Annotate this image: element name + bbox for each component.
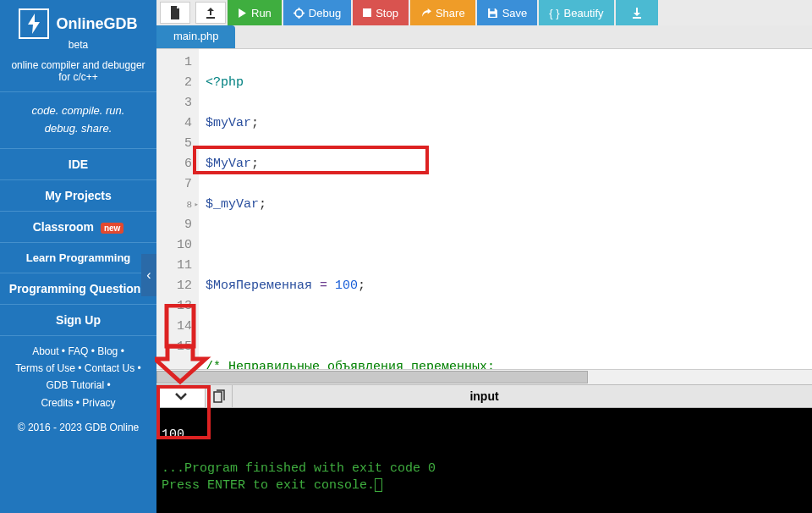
link-credits[interactable]: Credits (41, 397, 73, 409)
logo-icon (19, 8, 49, 39)
brand-name: OnlineGDB (56, 15, 137, 33)
nav-learn[interactable]: Learn Programming (0, 243, 156, 273)
panel-input-label: input (469, 389, 498, 403)
collapse-sidebar-icon[interactable]: ‹ (141, 254, 156, 296)
download-button[interactable] (616, 0, 658, 25)
tagline: online compiler and debugger for c/c++ (0, 56, 156, 92)
upload-icon (205, 7, 217, 19)
main: ‹ Run Debug Stop Share Save { } (156, 0, 812, 513)
svg-point-0 (295, 9, 303, 17)
console-output: 100 (162, 428, 184, 442)
svg-rect-6 (490, 8, 494, 11)
gutter: 1 2 3 4 5 6 7 8 9 10 11 12 13 14 15 (156, 49, 199, 369)
tab-main[interactable]: main.php (156, 25, 235, 48)
debug-button[interactable]: Debug (283, 0, 351, 25)
console[interactable]: 100 ...Program finished with exit code 0… (156, 408, 812, 513)
tab-bar: main.php (156, 25, 812, 49)
run-button[interactable]: Run (228, 0, 282, 25)
copyright: © 2016 - 2023 GDB Online (0, 418, 156, 437)
new-badge: new (101, 223, 123, 234)
link-blog[interactable]: Blog (97, 345, 118, 357)
new-file-button[interactable] (160, 2, 190, 24)
link-about[interactable]: About (32, 345, 58, 357)
horizontal-scrollbar[interactable] (156, 369, 812, 384)
panel-header: input (156, 384, 812, 408)
upload-button[interactable] (195, 2, 226, 24)
beautify-button[interactable]: { } Beautify (539, 0, 613, 25)
code-area[interactable]: <?php $myVar; $MyVar; $_myVar; $МояПерем… (199, 49, 812, 369)
toolbar: Run Debug Stop Share Save { } Beautify (156, 0, 812, 25)
file-icon (169, 6, 181, 19)
braces-icon: { } (549, 7, 559, 19)
nav-questions[interactable]: Programming Questions (0, 273, 156, 305)
svg-rect-5 (363, 8, 371, 17)
share-button[interactable]: Share (410, 0, 475, 25)
copy-icon (213, 389, 225, 403)
scrollbar-thumb[interactable] (156, 371, 588, 383)
footer-links: About • FAQ • Blog • Terms of Use • Cont… (0, 336, 156, 419)
link-contact[interactable]: Contact Us (85, 362, 134, 374)
panel-collapse-button[interactable] (156, 385, 206, 407)
play-icon (238, 8, 247, 18)
nav-classroom[interactable]: Classroom new (0, 212, 156, 243)
download-icon (631, 7, 643, 19)
stop-button[interactable]: Stop (353, 0, 409, 25)
beta-label: beta (0, 39, 156, 51)
panel-copy-button[interactable] (206, 385, 233, 407)
save-icon (487, 8, 498, 19)
save-button[interactable]: Save (477, 0, 538, 25)
link-privacy[interactable]: Privacy (82, 397, 115, 409)
link-tutorial[interactable]: GDB Tutorial (46, 379, 104, 391)
svg-rect-7 (490, 14, 496, 16)
nav-signup[interactable]: Sign Up (0, 305, 156, 336)
cursor-icon (375, 478, 382, 492)
code-editor[interactable]: 1 2 3 4 5 6 7 8 9 10 11 12 13 14 15 <?ph… (156, 49, 812, 369)
link-terms[interactable]: Terms of Use (15, 362, 75, 374)
logo-row: OnlineGDB (0, 0, 156, 41)
nav-ide[interactable]: IDE (0, 149, 156, 180)
svg-rect-8 (214, 392, 222, 402)
chevron-down-icon (174, 392, 188, 400)
stop-icon (363, 8, 371, 17)
nav-projects[interactable]: My Projects (0, 180, 156, 212)
slogan: code. compile. run. debug. share. (0, 92, 156, 149)
sidebar: OnlineGDB beta online compiler and debug… (0, 0, 156, 513)
bug-icon (294, 8, 304, 19)
share-icon (420, 8, 431, 19)
link-faq[interactable]: FAQ (68, 345, 88, 357)
